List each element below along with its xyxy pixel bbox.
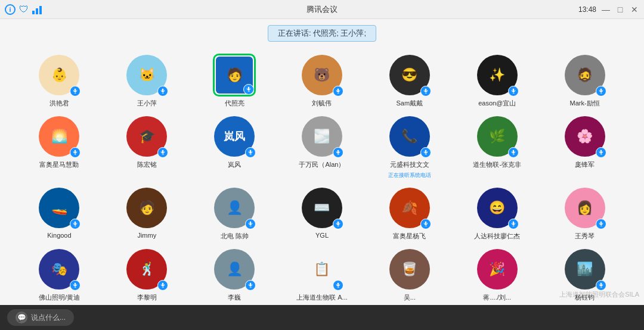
avatar-container: 🎓 [125,115,168,158]
participant-name: 道生物联-张克非 [473,160,521,169]
participant-name: 李巍 [228,293,241,302]
participant-name: eason@宜山 [478,99,516,108]
chat-button[interactable]: 💬 说点什么... [7,309,74,326]
avatar-container: 😄 [476,186,519,229]
avatar-container: 👤 [213,186,256,229]
avatar-container: 🏙️ [564,248,606,291]
avatar-container: 🧑 [213,54,256,96]
mic-badge [596,219,606,229]
mic-badge [70,86,80,96]
participant-26: 🥃 吴... [368,248,451,302]
participant-name: YGL [315,232,329,239]
close-button[interactable]: ✕ [630,5,639,14]
watermark: 上海道智能照明联合会SILA [559,290,639,299]
participant-name: Sam戴戴 [397,99,423,108]
mic-badge [333,147,343,158]
participant-name: 洪艳君 [49,99,69,108]
avatar-container: 🎉 [476,248,519,291]
avatar-container: 🐱 [125,54,168,96]
info-icon[interactable]: i [5,4,16,15]
avatar-container: 📋 [301,248,343,291]
participant-name: 富奥星杨飞 [393,232,426,241]
participant-name: 佛山照明/黄迪 [39,293,80,302]
watermark-text: 上海道智能照明联合会SILA [559,291,639,298]
participant-10: 岚风 岚风 [193,115,276,179]
participant-name: 刘毓伟 [312,99,332,108]
participant-25: 📋 上海道生物联 A... [281,248,364,302]
participant-name: 王小萍 [137,99,157,108]
participant-14: 🌸 庞锋军 [543,115,626,179]
participant-5: 😎 Sam戴戴 [368,54,451,108]
avatar-container: 🌿 [476,115,519,158]
participant-name: 人达科技廖仁杰 [474,232,520,241]
participant-name: Mark-励恒 [570,99,600,108]
speaking-label: 正在讲话: 代照亮; 王小萍; [278,29,366,38]
participant-23: 🕺 李黎明 [106,248,188,302]
participant-2: 🐱 王小萍 [106,54,188,108]
mic-badge [245,219,256,229]
mic-badge [70,219,80,229]
avatar: 🥃 [389,249,430,289]
avatar-container: 🐻 [301,54,343,96]
mic-badge [596,147,606,158]
title-bar-left: i 🛡 [5,4,42,15]
avatar: 🧑 [126,188,167,228]
participants-grid: 👶 洪艳君 🐱 王小萍 🧑 代照亮 [18,54,626,302]
avatar-container: 🎭 [38,248,80,291]
participant-20: 😄 人达科技廖仁杰 [456,186,538,241]
mic-badge [245,147,256,158]
avatar-container: 🌫️ [301,115,343,158]
window-title: 腾讯会议 [306,4,338,15]
bottom-bar: 💬 说点什么... [0,305,644,330]
participant-name: 岚风 [228,160,241,169]
mic-badge [420,86,431,96]
mic-badge [333,86,343,96]
avatar-container: 🕺 [125,248,168,291]
participant-7: 🧔 Mark-励恒 [543,54,626,108]
mic-badge [157,86,168,96]
participant-11: 🌫️ 于万民（Alan） [281,115,364,179]
mic-badge [70,147,80,158]
speaking-container: 正在讲话: 代照亮; 王小萍; [0,19,644,46]
chat-icon: 💬 [16,312,27,323]
avatar-container: 🌅 [38,115,80,158]
mic-badge [245,280,256,291]
mic-badge [508,147,519,158]
mic-badge [420,219,431,229]
avatar-container: 👶 [38,54,80,96]
participant-name: 于万民（Alan） [299,160,345,169]
participant-17: 👤 北电 陈帅 [193,186,276,241]
avatar-container: 🌸 [564,115,606,158]
participant-name: 陈宏铭 [137,160,157,169]
participant-21: 👩 王秀琴 [543,186,626,241]
avatar-container: 🚤 [38,186,80,229]
participant-24: 👤 李巍 [193,248,276,302]
participant-12: 📞 元盛科技文文 正在接听系统电话 [368,115,451,179]
participant-name: 李黎明 [137,293,157,302]
participant-1: 👶 洪艳君 [18,54,101,108]
avatar-container: 🧑 [125,186,168,229]
minimize-button[interactable]: — [601,5,611,14]
participant-name: 庞锋军 [575,160,595,169]
avatar-container: 岚风 [213,115,256,158]
participant-9: 🎓 陈宏铭 [106,115,188,179]
participant-name: 吴... [404,293,416,302]
maximize-button[interactable]: □ [615,5,625,14]
participant-name: Jimmy [137,232,156,239]
participant-name: 代照亮 [225,99,244,108]
participant-name: 元盛科技文文 [390,160,429,169]
participant-16: 🧑 Jimmy [106,186,188,241]
avatar-container: ✨ [476,54,519,96]
mic-badge [333,280,343,291]
mic-badge [157,280,168,291]
avatar-container: 🥃 [388,248,431,291]
participant-13: 🌿 道生物联-张克非 [456,115,538,179]
mic-badge [508,219,519,229]
avatar-container: 📞 [388,115,431,158]
mic-badge [508,86,519,96]
participant-4: 🐻 刘毓伟 [281,54,364,108]
avatar-container: 🧔 [564,54,606,96]
participant-22: 🎭 佛山照明/黄迪 [18,248,101,302]
participant-name: 王秀琴 [575,232,595,241]
main-content: 👶 洪艳君 🐱 王小萍 🧑 代照亮 [0,46,644,303]
